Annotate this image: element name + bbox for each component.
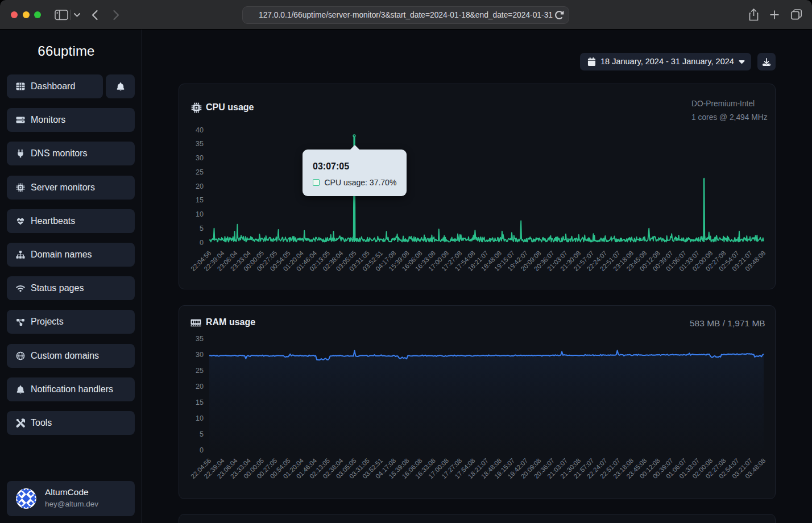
svg-text:30: 30 <box>196 351 204 359</box>
svg-text:0: 0 <box>200 446 204 454</box>
svg-text:10: 10 <box>196 414 204 422</box>
svg-text:35: 35 <box>196 335 204 343</box>
svg-text:5: 5 <box>200 430 204 438</box>
svg-text:15: 15 <box>196 399 204 406</box>
svg-text:25: 25 <box>196 367 204 375</box>
svg-text:20: 20 <box>196 383 204 391</box>
